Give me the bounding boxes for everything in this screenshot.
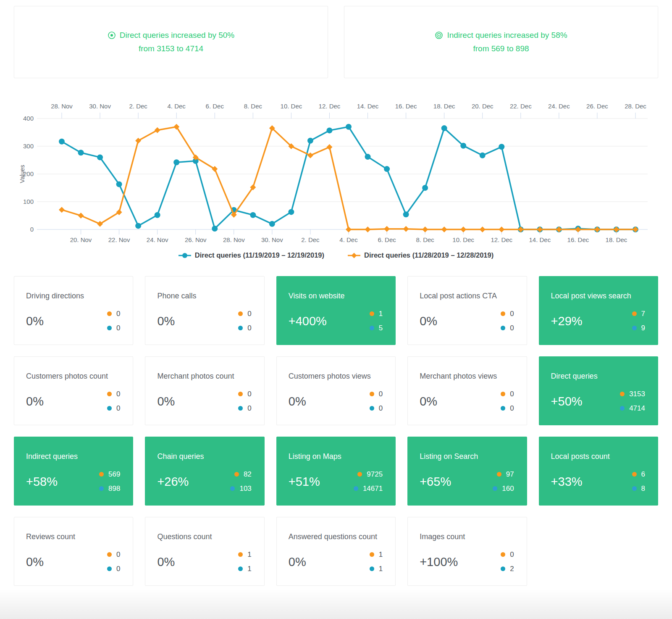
metric-card-local-post-views-search: Local post views search+29%79 [539,276,658,345]
current-period-value: 0 [379,405,383,412]
previous-period-value-row: 3153 [620,390,645,398]
metric-card-change: 0% [157,555,175,569]
current-period-value-row: 0 [107,405,120,412]
orange-dot-icon [234,472,239,477]
current-period-value-row: 5 [370,324,383,332]
teal-dot-icon [238,326,243,330]
metric-card-values: 972514671 [354,471,383,492]
metric-card-title: Local post actions CTA [420,292,497,300]
teal-dot-icon [107,566,112,571]
y-tick-label: 400 [23,115,34,122]
legend-item-1[interactable]: Direct queries (11/28/2019 – 12/28/2019) [348,251,494,259]
data-point[interactable] [384,166,390,172]
data-point[interactable] [346,227,352,232]
current-period-value: 160 [502,485,514,492]
metric-card-values: 00 [370,390,383,412]
previous-period-value: 6 [641,471,645,478]
summary-indirect-line2: from 569 to 898 [473,44,529,54]
current-period-value-row: 1 [370,565,383,572]
metric-card-indirect-queries: Indirect queries+58%569898 [14,437,133,506]
page-bottom-fade [0,590,672,619]
current-period-value-row: 4714 [620,405,645,412]
teal-dot-icon [493,486,497,491]
current-period-value-row: 0 [238,405,251,412]
data-point[interactable] [307,138,313,144]
summary-direct-range: from 3153 to 4714 [139,44,203,54]
data-point[interactable] [499,227,504,232]
metric-card-values: 31534714 [620,390,645,412]
current-period-value-row: 2 [501,565,514,572]
bottom-axis-label: 4. Dec [339,236,358,243]
metric-card-values: 00 [238,390,251,412]
previous-period-value: 0 [247,310,251,317]
data-point[interactable] [59,207,65,213]
data-point[interactable] [480,153,486,158]
bottom-axis-label: 2. Dec [301,236,320,243]
data-point[interactable] [288,209,294,215]
metric-card-change: 0% [26,314,44,328]
data-point[interactable] [326,127,332,133]
data-point[interactable] [365,227,371,232]
current-period-value: 0 [510,405,514,412]
data-point[interactable] [403,226,409,232]
data-point[interactable] [250,212,256,218]
data-point[interactable] [441,227,447,232]
top-axis-label: 12. Dec [319,103,341,110]
summary-direct-line2: from 3153 to 4714 [139,44,203,54]
previous-period-value: 0 [247,390,251,398]
data-point[interactable] [135,223,141,229]
previous-period-value: 1 [379,310,383,317]
y-tick-label: 0 [30,226,34,233]
data-point[interactable] [441,125,447,131]
data-point[interactable] [384,226,390,232]
summary-indirect-range: from 569 to 898 [473,44,529,54]
data-point[interactable] [135,138,141,144]
metric-card-phone-calls: Phone calls0%00 [145,276,264,345]
metric-card-change: +29% [551,314,583,328]
data-point[interactable] [59,139,65,145]
top-axis-label: 18. Dec [433,103,455,110]
data-point[interactable] [97,154,103,160]
top-axis-label: 16. Dec [395,103,417,110]
data-point[interactable] [155,212,160,218]
previous-period-value: 97 [506,471,514,478]
summary-direct-line1: Direct queries increased by 50% [108,31,235,40]
data-point[interactable] [78,213,84,219]
data-point[interactable] [116,181,122,187]
top-axis-label: 14. Dec [357,103,379,110]
data-point[interactable] [326,144,332,150]
summary-indirect-text: Indirect queries increased by 58% [447,31,567,40]
metric-card-values: 00 [107,310,120,332]
metric-card-title: Chain queries [157,452,204,461]
metric-card-direct-queries: Direct queries+50%31534714 [539,356,658,425]
data-point[interactable] [480,227,486,232]
data-point[interactable] [499,144,504,150]
metric-card-title: Answered questions count [289,532,377,541]
bottom-axis-label: 28. Nov [223,236,245,243]
data-point[interactable] [346,124,352,130]
data-point[interactable] [422,227,428,232]
data-point[interactable] [173,159,179,165]
metric-card-values: 11 [370,551,383,572]
legend-item-0[interactable]: Direct queries (11/19/2019 – 12/19/2019) [178,251,324,259]
previous-period-value: 82 [244,471,252,478]
data-point[interactable] [307,153,313,158]
metric-card-title: Merchant photos views [420,372,497,381]
data-point[interactable] [269,221,275,227]
data-point[interactable] [460,227,466,232]
metric-card-change: +65% [420,475,451,489]
data-point[interactable] [460,143,466,149]
orange-dot-icon [99,472,104,477]
orange-dot-icon [501,392,505,396]
data-point[interactable] [403,211,409,217]
data-point[interactable] [155,127,160,133]
data-point[interactable] [422,185,428,191]
metric-card-local-post-actions-cta: Local post actions CTA0%00 [407,276,527,345]
top-axis-label: 20. Dec [472,103,494,110]
previous-period-value-row: 0 [501,390,514,398]
data-point[interactable] [365,154,371,160]
data-point[interactable] [78,150,84,155]
data-point[interactable] [212,226,218,232]
current-period-value-row: 0 [501,324,514,332]
chart-canvas[interactable]: 0100200300400Values28. Nov30. Nov2. Dec4… [0,97,672,248]
